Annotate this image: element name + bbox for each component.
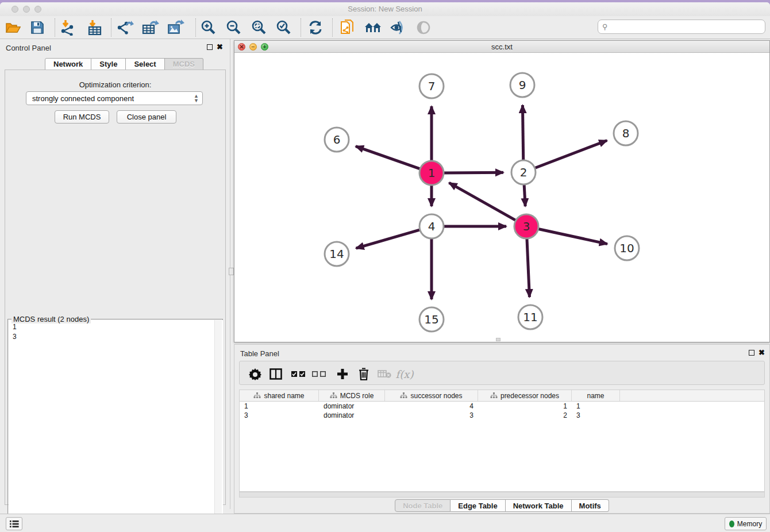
tab-node-table[interactable]: Node Table [395, 499, 451, 512]
export-network-icon[interactable] [117, 19, 134, 36]
close-panel-icon[interactable]: ✖ [217, 43, 223, 51]
node-table[interactable]: shared nameMCDS rolesuccessor nodesprede… [239, 390, 765, 492]
edge-2-9[interactable] [522, 105, 523, 161]
result-item[interactable]: 3 [13, 332, 223, 342]
table-cell[interactable]: dominator [319, 402, 385, 411]
node-label-8: 8 [622, 126, 630, 140]
result-item[interactable]: 1 [13, 322, 223, 332]
edge-2-8[interactable] [534, 140, 607, 168]
tab-select[interactable]: Select [126, 58, 164, 70]
zoom-selected-icon[interactable] [275, 19, 292, 36]
apply-layout-icon[interactable] [307, 19, 324, 36]
zoom-out-icon[interactable] [225, 19, 242, 36]
node-label-4: 4 [428, 219, 436, 233]
node-label-6: 6 [333, 133, 341, 147]
column-header-name[interactable]: name [572, 390, 620, 401]
optimization-criterion-label: Optimization criterion: [5, 80, 225, 89]
memory-button[interactable]: Memory [725, 517, 767, 530]
tab-style[interactable]: Style [91, 58, 126, 70]
mcds-result-list[interactable]: 13 [9, 320, 223, 532]
table-cell[interactable]: dominator [319, 411, 385, 420]
search-field[interactable]: ⚲ [598, 20, 765, 34]
zoom-in-icon[interactable] [199, 19, 217, 36]
table-cell[interactable]: 3 [385, 411, 478, 420]
canvas-grip[interactable] [496, 338, 500, 341]
table-row[interactable]: 1dominator411 [240, 402, 764, 411]
column-header-predecessor-nodes[interactable]: predecessor nodes [478, 390, 572, 401]
table-panel-title: Table Panel [240, 349, 279, 358]
edge-1-2[interactable] [442, 172, 503, 173]
node-label-3: 3 [523, 219, 530, 233]
memory-status-icon [729, 521, 734, 527]
column-label: predecessor nodes [500, 392, 559, 400]
first-neighbors-icon[interactable] [364, 19, 382, 36]
control-panel-header: Control Panel ✖ [0, 39, 230, 55]
select-all-icon[interactable] [290, 365, 307, 383]
show-hide-icon[interactable] [389, 19, 406, 36]
tab-edge-table[interactable]: Edge Table [451, 499, 505, 512]
main-title-bar: Session: New Session [0, 2, 770, 16]
import-table-icon[interactable] [86, 19, 103, 36]
edge-3-1[interactable] [449, 183, 517, 221]
export-image-icon[interactable] [167, 19, 184, 36]
table-tabs: Node Table Edge Table Network Table Moti… [234, 499, 769, 512]
duplicate-network-icon[interactable] [339, 19, 356, 36]
import-network-icon[interactable] [59, 19, 76, 36]
table-cell[interactable]: 1 [240, 402, 319, 411]
zoom-fit-icon[interactable] [250, 19, 267, 36]
close-table-panel-icon[interactable]: ✖ [759, 348, 765, 357]
tab-motifs[interactable]: Motifs [572, 499, 609, 512]
save-session-icon[interactable] [29, 19, 46, 36]
toolbar-separator [55, 18, 55, 37]
column-header-MCDS-role[interactable]: MCDS role [319, 390, 385, 401]
application-window: Session: New Session [0, 2, 770, 532]
float-panel-icon[interactable] [207, 44, 213, 50]
optimization-criterion-select[interactable]: strongly connected component ▲▼ [26, 91, 203, 105]
close-panel-button[interactable]: Close panel [117, 110, 176, 124]
float-table-panel-icon[interactable] [749, 350, 754, 356]
disabled-view-icon [415, 19, 432, 36]
table-cell[interactable]: 2 [478, 411, 572, 420]
export-table-icon[interactable] [142, 19, 159, 36]
edge-2-3[interactable] [524, 183, 525, 206]
add-column-icon[interactable] [334, 365, 351, 383]
edge-3-11[interactable] [527, 237, 530, 297]
table-cell[interactable]: 1 [478, 402, 572, 411]
node-label-2: 2 [520, 165, 528, 179]
memory-label: Memory [737, 520, 762, 528]
node-label-1: 1 [428, 166, 436, 180]
network-view-window: ✕ − + scc.txt 7968124314101511 [234, 40, 770, 342]
table-cell[interactable]: 4 [385, 402, 478, 411]
column-label: MCDS role [340, 392, 374, 400]
tab-network[interactable]: Network [45, 58, 91, 70]
deselect-all-icon[interactable] [310, 365, 328, 383]
table-hscrollbar[interactable] [239, 492, 765, 498]
edge-4-14[interactable] [356, 229, 421, 248]
control-panel-tabs: Network Style Select MCDS [45, 58, 203, 70]
column-label: successor nodes [410, 392, 462, 400]
hierarchy-icon [253, 392, 261, 399]
tab-network-table[interactable]: Network Table [506, 499, 572, 512]
open-session-icon[interactable] [5, 19, 22, 36]
edge-3-10[interactable] [537, 229, 607, 244]
table-cell[interactable]: 1 [572, 402, 620, 411]
tab-mcds[interactable]: MCDS [165, 58, 203, 70]
table-cell[interactable]: 3 [240, 411, 319, 420]
task-history-button[interactable] [6, 517, 22, 530]
table-cell[interactable]: 3 [572, 411, 620, 420]
fx-label: f(x) [396, 368, 414, 380]
table-panel-header: Table Panel ✖ [234, 345, 769, 361]
column-header-successor-nodes[interactable]: successor nodes [385, 390, 478, 401]
result-scrollbar[interactable] [214, 320, 222, 532]
panel-mode-icon[interactable] [267, 365, 284, 383]
splitter-grip[interactable] [229, 268, 234, 275]
network-canvas[interactable]: 7968124314101511 [234, 53, 769, 342]
run-mcds-button[interactable]: Run MCDS [55, 110, 109, 124]
edge-1-6[interactable] [356, 147, 421, 169]
table-row[interactable]: 3dominator323 [240, 411, 764, 420]
search-input[interactable] [610, 23, 765, 31]
column-settings-icon[interactable] [247, 365, 264, 383]
delete-column-icon[interactable] [355, 365, 372, 383]
column-header-shared-name[interactable]: shared name [240, 390, 319, 401]
node-label-10: 10 [619, 241, 634, 255]
